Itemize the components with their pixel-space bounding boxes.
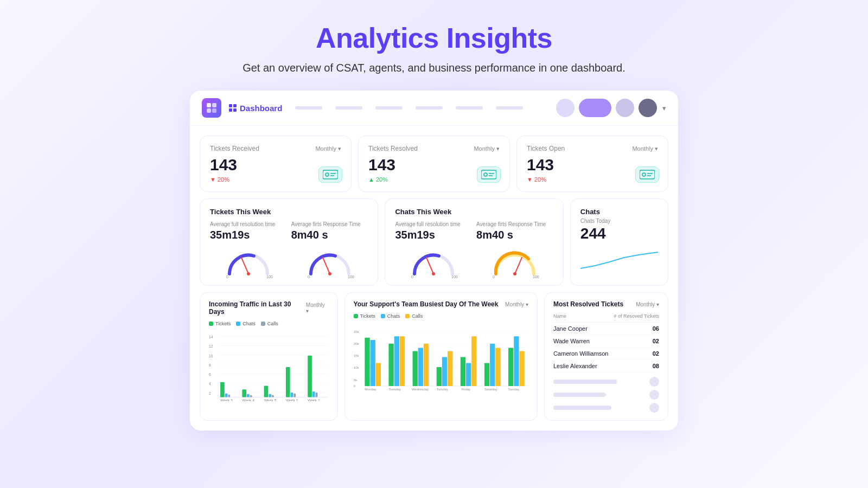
svg-point-21 [247,272,250,275]
svg-rect-85 [375,363,380,386]
svg-rect-88 [399,336,404,386]
svg-text:Friday: Friday [461,388,470,391]
nav-chevron-icon[interactable]: ▾ [662,104,666,112]
legend-tickets-label: Tickets [215,321,231,326]
resolved-name: Jane Cooper [553,323,611,335]
tickets-received-pct: 20% [218,176,229,183]
nav-dots [295,106,523,110]
table-row: Cameron Williamson02 [553,348,659,360]
tickets-week-card: Tickets This Week Average full resolutio… [200,198,378,286]
svg-text:14: 14 [209,335,213,339]
svg-text:8: 8 [209,363,211,367]
busiest-day-chart: 25k 20k 15k 10k 5k 0 [354,323,528,394]
svg-line-32 [515,258,522,274]
resolved-table: Name # of Resoved Tickets Jane Cooper06W… [553,313,659,373]
nav-brand-label: Dashboard [240,104,282,113]
svg-point-13 [484,173,487,176]
svg-rect-1 [212,103,216,107]
tickets-resolved-icon [477,166,501,183]
svg-point-17 [642,173,646,176]
svg-rect-3 [212,108,216,113]
svg-text:0: 0 [308,275,310,279]
nav-dot-6 [496,106,523,110]
page-title: Analytics Insights [316,22,552,54]
svg-text:10: 10 [209,354,213,358]
tickets-open-pct: 20% [534,176,546,183]
nav-avatars: ▾ [556,99,666,117]
svg-rect-61 [291,393,293,397]
svg-rect-5 [233,104,237,107]
svg-rect-58 [269,394,271,397]
svg-rect-6 [229,108,232,112]
down-arrow-icon: ▼ [210,176,216,183]
busiest-legend-calls-dot [405,314,410,318]
chats-value: 244 [580,225,658,242]
stat-card-tickets-open: Tickets Open Monthly ▾ 143 ▼ 20% [516,136,668,192]
most-resolved-card: Most Resolved Tickets Monthly ▾ Name # o… [544,292,668,421]
svg-text:Sunday: Sunday [508,388,519,391]
legend-calls-dot [261,322,265,326]
up-arrow-icon: ▲ [368,176,374,183]
svg-text:100: 100 [533,275,539,279]
nav-dot-2 [335,106,362,110]
svg-rect-0 [207,103,211,107]
svg-rect-52 [225,394,228,397]
svg-rect-54 [242,389,246,397]
svg-text:Tuesday: Tuesday [388,388,401,391]
svg-text:Saturday: Saturday [484,388,497,391]
legend-calls: Calls [261,321,278,326]
svg-rect-96 [466,363,471,386]
busiest-legend-chats: Chats [381,313,400,319]
svg-rect-86 [388,344,393,386]
busiest-day-period[interactable]: Monthly ▾ [505,301,528,307]
dashboard-container: Dashboard ▾ Tickets Received [190,91,678,431]
skeleton-bar-3 [553,406,611,410]
legend-tickets-dot [209,322,213,326]
tickets-first-metric: Average firts Response Time 8m40 s [291,221,368,241]
svg-rect-102 [514,336,519,386]
most-resolved-title: Most Resolved Tickets [553,300,623,308]
nav-dot-1 [295,106,322,110]
svg-rect-83 [365,338,369,386]
nav-dot-4 [416,106,443,110]
table-row: Leslie Alexander08 [553,360,659,373]
tickets-open-period[interactable]: Monthly ▾ [632,145,658,152]
legend-tickets: Tickets [209,321,231,326]
chats-gauge-1: 0 100 [395,247,472,277]
chats-first-metric: Average firts Response Time 8m40 s [476,221,553,241]
svg-point-29 [432,272,435,275]
tickets-gauge-2: 0 100 [291,247,368,277]
most-resolved-period[interactable]: Monthly ▾ [636,301,659,307]
svg-rect-62 [293,394,296,397]
skeleton-dot-3 [649,403,659,413]
tickets-resolved-period[interactable]: Monthly ▾ [474,145,500,152]
svg-text:Week 2: Week 2 [308,399,320,401]
svg-line-28 [426,258,433,274]
svg-text:20k: 20k [354,342,359,345]
svg-rect-89 [412,351,417,386]
svg-rect-103 [519,351,524,386]
svg-text:6: 6 [209,373,211,376]
stats-row: Tickets Received Monthly ▾ 143 ▼ 20% Tic… [200,136,668,192]
tickets-resolved-label: Tickets Resolved [368,145,418,152]
busiest-day-card: Your Support's Team Busiest Day Of The W… [344,292,538,421]
chats-week-title: Chats This Week [395,208,553,216]
nav-brand[interactable]: Dashboard [229,104,282,113]
nav-dot-5 [456,106,483,110]
svg-rect-84 [370,340,375,386]
incoming-traffic-period[interactable]: Monthly ▾ [306,302,329,314]
svg-rect-56 [250,395,252,397]
svg-rect-51 [220,382,225,397]
busiest-legend-chats-label: Chats [387,313,400,319]
bottom-row: Incoming Traffic in Last 30 Days Monthly… [200,292,668,421]
tickets-received-period[interactable]: Monthly ▾ [315,145,341,152]
legend-chats-dot [236,322,240,326]
col-name-header: Name [553,313,611,323]
week-row: Tickets This Week Average full resolutio… [200,198,668,286]
tickets-open-icon [635,166,659,183]
skeleton-dot-2 [649,390,659,400]
svg-text:0: 0 [493,275,495,279]
svg-text:Tursday: Tursday [436,388,448,391]
incoming-traffic-card: Incoming Traffic in Last 30 Days Monthly… [200,292,338,421]
tickets-resolved-pct: 20% [376,176,388,183]
